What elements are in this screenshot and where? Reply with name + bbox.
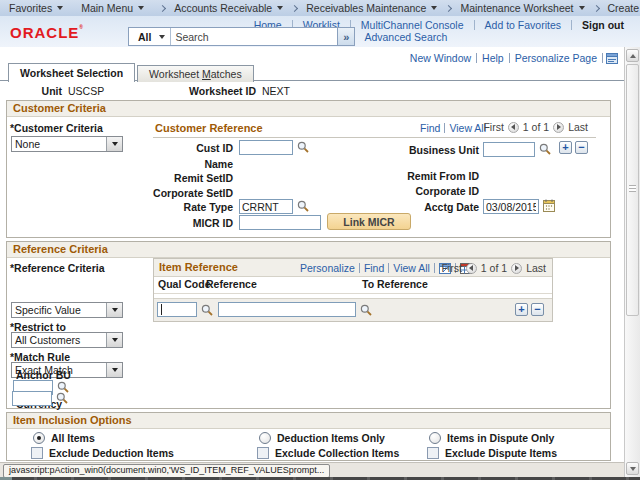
first-label[interactable]: First: [441, 262, 461, 274]
scroll-up-button[interactable]: [626, 49, 639, 62]
delete-row-button[interactable]: −: [531, 303, 544, 316]
search-input[interactable]: [171, 29, 337, 44]
rate-type-lookup-icon[interactable]: [297, 200, 309, 212]
breadcrumb-favorites[interactable]: Favorites: [0, 0, 72, 16]
last-label[interactable]: Last: [526, 262, 546, 274]
select-arrow-button[interactable]: [106, 363, 122, 377]
cust-id-input[interactable]: [239, 140, 293, 155]
breadcrumb-create-worksheet: Create Worksheet: [606, 0, 640, 16]
breadcrumb-maintenance-worksheet[interactable]: Maintenance Worksheet: [458, 0, 586, 16]
checkbox-exclude-collection-items[interactable]: Exclude Collection Items: [257, 447, 399, 459]
delete-row-button[interactable]: −: [575, 141, 588, 154]
qual-code-lookup-icon[interactable]: [201, 304, 213, 316]
reference-criteria-box: Reference Criteria *Reference Criteria I…: [6, 241, 611, 409]
currency-input[interactable]: [12, 391, 52, 406]
radio-button[interactable]: [259, 432, 271, 444]
view-all-link[interactable]: View All: [393, 262, 430, 274]
business-unit-label: Business Unit: [313, 144, 479, 156]
last-label[interactable]: Last: [568, 121, 588, 133]
acctg-date-input[interactable]: [483, 199, 539, 214]
search-box: All »: [128, 27, 355, 46]
page-count: 1 of 1: [481, 262, 507, 274]
help-link[interactable]: Help: [477, 52, 509, 64]
micr-id-label: MICR ID: [47, 217, 233, 229]
chevron-down-icon: [431, 6, 437, 10]
personalize-page-link[interactable]: Personalize Page: [510, 52, 602, 64]
corporate-setid-label: Corporate SetID: [47, 187, 233, 199]
text-cursor: [161, 304, 162, 315]
breadcrumb-main-menu[interactable]: Main Menu: [72, 0, 153, 16]
qual-code-input[interactable]: [157, 302, 197, 317]
customer-criteria-header: Customer Criteria: [7, 101, 610, 117]
chevron-right-icon: [592, 4, 599, 11]
find-link[interactable]: Find: [420, 122, 440, 134]
search-scope-select[interactable]: All: [129, 28, 170, 45]
radio-all-items[interactable]: All Items: [33, 432, 95, 444]
restrict-to-select[interactable]: All Customers: [11, 332, 123, 348]
radio-deduction-items-only[interactable]: Deduction Items Only: [259, 432, 385, 444]
chevron-down-icon: [138, 6, 144, 10]
radio-label: Items in Dispute Only: [447, 432, 554, 444]
copy-url-icon[interactable]: [606, 53, 618, 64]
grid-column-headers: Qual Code Reference To Reference: [154, 277, 552, 294]
radio-button[interactable]: [33, 432, 45, 444]
reference-lookup-icon[interactable]: [360, 304, 372, 316]
tab-worksheet-selection[interactable]: Worksheet Selection: [8, 63, 135, 82]
search-go-button[interactable]: »: [337, 28, 354, 45]
micr-id-input[interactable]: [239, 215, 321, 230]
cust-id-lookup-icon[interactable]: [297, 141, 309, 153]
select-arrow-button[interactable]: [106, 333, 122, 347]
find-link[interactable]: Find: [364, 262, 384, 274]
checkbox[interactable]: [427, 447, 439, 459]
checkbox-exclude-deduction-items[interactable]: Exclude Deduction Items: [31, 447, 174, 459]
first-label[interactable]: First: [483, 121, 503, 133]
tab-label: Worksheet: [149, 68, 202, 80]
previous-row-icon[interactable]: [508, 122, 519, 133]
nav-add-to-favorites-link[interactable]: Add to Favorites: [475, 19, 571, 31]
next-row-icon[interactable]: [553, 122, 564, 133]
chevron-right-icon: [291, 4, 298, 11]
view-all-link[interactable]: View All: [449, 122, 486, 134]
checkbox[interactable]: [257, 447, 269, 459]
reference-criteria-select[interactable]: Specific Value: [11, 302, 123, 318]
currency-lookup-icon[interactable]: [56, 392, 68, 404]
checkbox-exclude-dispute-items[interactable]: Exclude Dispute Items: [427, 447, 557, 459]
unit-label: Unit: [0, 85, 62, 97]
divider: [444, 123, 445, 133]
rate-type-input[interactable]: [239, 199, 293, 214]
advanced-search-link[interactable]: Advanced Search: [364, 31, 447, 43]
reference-criteria-value: Specific Value: [12, 303, 106, 317]
radio-button[interactable]: [429, 432, 441, 444]
previous-row-icon[interactable]: [466, 263, 477, 274]
remit-from-id-label: Remit From ID: [313, 170, 479, 182]
reference-input[interactable]: [218, 302, 356, 317]
checkbox[interactable]: [31, 447, 43, 459]
divider: [602, 53, 603, 63]
acctg-date-calendar-icon[interactable]: [543, 199, 555, 212]
new-window-link[interactable]: New Window: [405, 52, 476, 64]
add-row-button[interactable]: +: [515, 303, 528, 316]
item-reference-title: Item Reference: [159, 261, 238, 273]
scroll-down-button[interactable]: [626, 462, 639, 475]
personalize-link[interactable]: Personalize: [300, 262, 355, 274]
next-row-icon[interactable]: [511, 263, 522, 274]
radio-items-in-dispute-only[interactable]: Items in Dispute Only: [429, 432, 554, 444]
link-micr-button[interactable]: Link MICR: [327, 213, 411, 230]
scrollbar-thumb[interactable]: [626, 64, 639, 316]
checkbox-label: Exclude Collection Items: [275, 447, 399, 459]
registered-mark: ®: [79, 24, 84, 30]
business-unit-lookup-icon[interactable]: [539, 143, 551, 155]
select-arrow-button[interactable]: [106, 303, 122, 317]
business-unit-input[interactable]: [483, 142, 535, 157]
column-to-reference: To Reference: [362, 278, 428, 290]
breadcrumb-receivables-maintenance[interactable]: Receivables Maintenance: [304, 0, 439, 16]
tab-worksheet-matches[interactable]: Worksheet Matches: [137, 65, 254, 82]
radio-label: All Items: [51, 432, 95, 444]
breadcrumb-main-menu-label: Main Menu: [81, 2, 133, 14]
chevron-down-icon: [57, 6, 63, 10]
chevron-right-icon: [159, 4, 166, 11]
vertical-scrollbar[interactable]: [624, 47, 640, 477]
add-row-button[interactable]: +: [559, 141, 572, 154]
sign-out-link[interactable]: Sign out: [572, 19, 634, 31]
breadcrumb-accounts-receivable[interactable]: Accounts Receivable: [172, 0, 285, 16]
